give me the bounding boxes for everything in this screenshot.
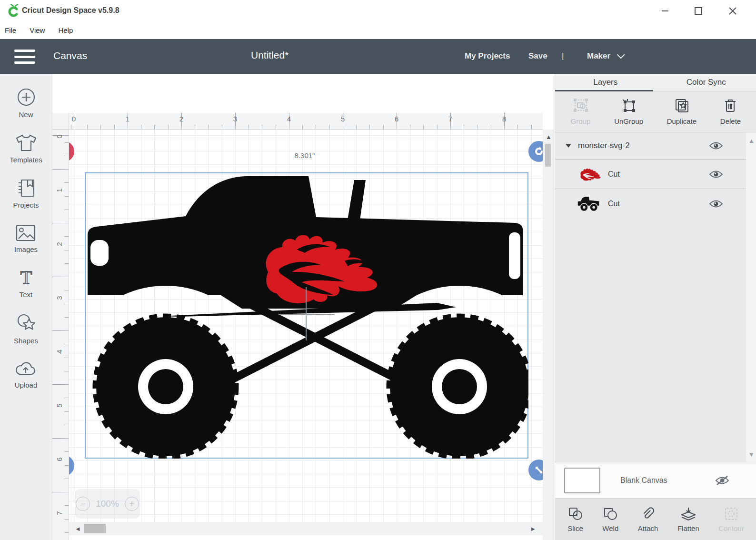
panel-tabs: Layers Color Sync	[555, 74, 756, 91]
scrollbar-thumb[interactable]	[84, 524, 106, 533]
document-title[interactable]: Untitled*	[251, 50, 288, 61]
right-tire	[388, 316, 528, 458]
layer-label: Cut	[608, 170, 620, 179]
contour-icon	[724, 507, 739, 521]
vertical-ruler: 0 1 2 3 4 5 6 7	[52, 130, 69, 540]
tab-color-sync[interactable]: Color Sync	[656, 74, 756, 91]
horizontal-ruler: 0 1 2 3 4 5 6 7 8	[69, 113, 543, 130]
resize-arrow-icon	[534, 465, 544, 475]
layer-row-flame-cut[interactable]: Cut	[555, 159, 746, 189]
sidebar-item-images[interactable]: Images	[14, 224, 38, 253]
shapes-icon	[16, 313, 37, 333]
scroll-up-arrow-icon[interactable]: ▲	[748, 137, 755, 144]
action-label: Flatten	[677, 524, 699, 532]
duplicate-button[interactable]: Duplicate	[667, 98, 697, 125]
zoom-control: − 100% +	[75, 489, 140, 519]
width-dimension-label: 8.301"	[276, 151, 333, 160]
close-button[interactable]	[726, 4, 740, 18]
canvas-vertical-scrollbar[interactable]: ▲ ▼	[543, 130, 554, 540]
cricut-logo-icon	[7, 4, 20, 18]
visibility-eye-icon[interactable]	[709, 141, 723, 150]
selection-crosshair	[306, 287, 307, 340]
menu-help[interactable]: Help	[58, 26, 73, 34]
delete-button[interactable]: Delete	[720, 98, 741, 125]
scroll-up-arrow-icon[interactable]: ▲	[546, 133, 552, 140]
blank-canvas-row[interactable]: Blank Canvas	[555, 462, 756, 498]
menu-file[interactable]: File	[5, 26, 16, 34]
action-label: Contour	[718, 524, 744, 532]
zoom-in-button[interactable]: +	[125, 497, 139, 511]
window-titlebar: Cricut Design Space v5.9.8	[0, 0, 756, 21]
design-canvas[interactable]: 8.301" − 100% + 0 1 2 3 4 5 6 7 8 0 1 2 …	[52, 74, 554, 540]
contour-button: Contour	[718, 507, 744, 532]
sidebar-item-label: Upload	[15, 381, 38, 389]
save-link[interactable]: Save	[528, 51, 547, 61]
flame-layer-thumbnail	[577, 167, 601, 181]
scroll-right-arrow-icon[interactable]: ►	[530, 525, 536, 532]
rear-notch	[509, 232, 520, 279]
visibility-eye-icon[interactable]	[709, 170, 723, 179]
hamburger-menu-icon[interactable]	[14, 50, 35, 64]
tab-layers[interactable]: Layers	[555, 74, 656, 91]
flatten-button[interactable]: Flatten	[677, 507, 699, 532]
roll-bar	[348, 180, 366, 220]
sidebar-item-projects[interactable]: Projects	[13, 179, 39, 209]
left-tire	[95, 316, 237, 458]
scroll-left-arrow-icon[interactable]: ◄	[75, 525, 81, 532]
sidebar-item-templates[interactable]: Templates	[10, 133, 42, 164]
sidebar-item-label: New	[19, 110, 33, 119]
ungroup-button[interactable]: UnGroup	[614, 98, 643, 125]
action-label: Weld	[602, 524, 618, 532]
ruler-number: 1	[124, 115, 131, 123]
front-notch	[90, 240, 109, 266]
slice-icon	[568, 507, 583, 521]
visibility-off-eye-icon[interactable]	[715, 475, 730, 486]
maximize-button[interactable]	[691, 4, 706, 18]
scroll-down-arrow-icon[interactable]: ▼	[748, 451, 755, 458]
collapse-caret-icon[interactable]	[566, 144, 571, 148]
menubar: File View Help	[0, 21, 756, 39]
sidebar-item-label: Text	[20, 290, 33, 299]
zoom-out-button[interactable]: −	[76, 497, 90, 511]
menu-view[interactable]: View	[30, 26, 45, 34]
new-icon	[16, 87, 36, 107]
sidebar-item-text[interactable]: T Text	[16, 268, 36, 299]
ruler-number: 3	[55, 294, 63, 302]
canvas-label: Canvas	[53, 50, 87, 61]
ruler-corner	[52, 113, 69, 130]
my-projects-link[interactable]: My Projects	[465, 51, 510, 61]
canvas-color-swatch[interactable]	[564, 468, 600, 493]
layer-actions: Group UnGroup Duplicate Delete	[555, 91, 756, 132]
truck-layer-thumbnail	[577, 195, 601, 213]
canvas-horizontal-scrollbar[interactable]: ◄ ►	[69, 522, 543, 535]
sidebar-item-shapes[interactable]: Shapes	[14, 313, 38, 345]
layer-row-truck-cut[interactable]: Cut	[555, 189, 746, 218]
images-icon	[15, 224, 36, 242]
ruler-number: 2	[178, 115, 185, 123]
scrollbar-thumb[interactable]	[545, 144, 551, 167]
minimize-button[interactable]	[658, 4, 672, 18]
group-icon	[573, 98, 589, 113]
action-label: Delete	[720, 117, 741, 125]
layers-panel: Layers Color Sync Group UnGroup	[555, 74, 756, 540]
text-icon: T	[16, 268, 36, 287]
monster-truck-artwork[interactable]	[85, 172, 528, 459]
ruler-number: 4	[55, 348, 63, 356]
panel-scrollbar[interactable]: ▲ ▼	[746, 132, 756, 462]
selection-crosshair	[279, 314, 335, 315]
ruler-number: 7	[55, 510, 63, 517]
slice-button[interactable]: Slice	[567, 507, 583, 532]
upload-cloud-icon	[15, 360, 37, 378]
visibility-eye-icon[interactable]	[709, 199, 723, 209]
machine-select[interactable]: Maker	[587, 51, 623, 61]
flatten-icon	[680, 507, 696, 521]
layer-list: monster-svg-2 Cut	[555, 132, 756, 462]
weld-button[interactable]: Weld	[602, 507, 618, 532]
chevron-down-icon	[617, 50, 625, 59]
attach-button[interactable]: Attach	[638, 507, 658, 532]
sidebar-item-upload[interactable]: Upload	[15, 360, 38, 389]
ruler-number: 2	[55, 240, 63, 248]
sidebar-item-new[interactable]: New	[16, 87, 36, 119]
layer-group-row[interactable]: monster-svg-2	[555, 132, 746, 159]
action-label: UnGroup	[614, 117, 643, 125]
